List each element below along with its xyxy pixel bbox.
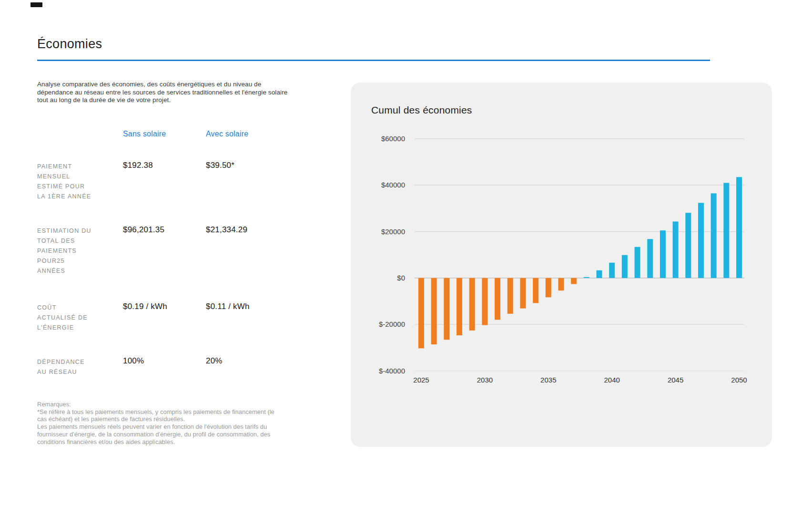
value-without-solar: $0.19 / kWh bbox=[123, 301, 206, 333]
y-tick-label: $20000 bbox=[381, 227, 405, 236]
row-label: ESTIMATION DU TOTAL DES PAIEMENTS POUR25… bbox=[37, 225, 123, 276]
bar-negative bbox=[546, 278, 551, 297]
y-tick-label: $-40000 bbox=[379, 367, 405, 375]
table-row-total-payments: ESTIMATION DU TOTAL DES PAIEMENTS POUR25… bbox=[37, 225, 333, 276]
bar-positive bbox=[685, 213, 691, 278]
cumulative-savings-chart: $60000$40000$20000$0$-20000$-40000202520… bbox=[351, 83, 772, 447]
bar-positive bbox=[698, 203, 704, 278]
bar-negative bbox=[431, 278, 437, 344]
value-without-solar: $192.38 bbox=[123, 160, 206, 202]
bar-positive bbox=[584, 277, 589, 278]
bar-negative bbox=[571, 278, 577, 284]
y-tick-label: $-20000 bbox=[379, 320, 405, 328]
empty-header-cell bbox=[37, 129, 123, 139]
comparison-header-row: Sans solaire Avec solaire bbox=[37, 129, 333, 139]
bar-negative bbox=[495, 278, 500, 320]
value-with-solar: $39.50* bbox=[206, 160, 333, 202]
bar-positive bbox=[736, 177, 742, 278]
row-label: DÉPENDANCE AU RÉSEAU bbox=[37, 356, 123, 377]
x-tick-label: 2030 bbox=[477, 376, 493, 384]
value-with-solar: $0.11 / kWh bbox=[206, 301, 333, 333]
bar-positive bbox=[609, 263, 615, 278]
bar-negative bbox=[558, 278, 564, 290]
bar-positive bbox=[597, 270, 602, 278]
bar-positive bbox=[647, 239, 653, 278]
chart-panel: Cumul des économies $60000$40000$20000$0… bbox=[351, 83, 772, 447]
comparison-table: Sans solaire Avec solaire PAIEMENT MENSU… bbox=[37, 129, 333, 400]
column-header-with-solar: Avec solaire bbox=[206, 129, 333, 139]
bar-positive bbox=[660, 230, 666, 278]
x-tick-label: 2045 bbox=[668, 376, 683, 384]
value-without-solar: 100% bbox=[123, 356, 206, 377]
row-label: COÛT ACTUALISÉ DE L'ÉNERGIE bbox=[37, 301, 123, 333]
bar-positive bbox=[635, 247, 640, 278]
bar-negative bbox=[418, 278, 424, 348]
page-title: Économies bbox=[37, 36, 102, 52]
bar-negative bbox=[533, 278, 538, 303]
y-tick-label: $40000 bbox=[381, 181, 405, 189]
value-without-solar: $96,201.35 bbox=[123, 225, 206, 276]
bar-positive bbox=[711, 193, 717, 278]
bar-negative bbox=[444, 278, 449, 340]
bar-negative bbox=[482, 278, 487, 325]
title-divider bbox=[37, 60, 710, 61]
bar-negative bbox=[457, 278, 462, 335]
y-tick-label: $60000 bbox=[381, 134, 405, 143]
x-tick-label: 2040 bbox=[604, 376, 620, 384]
top-edge-artifact bbox=[30, 2, 42, 7]
table-row-grid-dependence: DÉPENDANCE AU RÉSEAU 100% 20% bbox=[37, 356, 333, 377]
bar-negative bbox=[508, 278, 513, 314]
x-tick-label: 2050 bbox=[731, 376, 747, 384]
value-with-solar: $21,334.29 bbox=[206, 225, 333, 276]
row-label: PAIEMENT MENSUEL ESTIMÉ POUR LA 1ÈRE ANN… bbox=[37, 160, 123, 202]
bar-negative bbox=[520, 278, 526, 309]
intro-text: Analyse comparative des économies, des c… bbox=[37, 81, 304, 104]
bar-negative bbox=[469, 278, 475, 331]
bar-positive bbox=[723, 183, 729, 278]
notes-text: Remarques: *Se réfère à tous les paiemen… bbox=[37, 401, 292, 445]
x-tick-label: 2035 bbox=[540, 376, 556, 384]
value-with-solar: 20% bbox=[206, 356, 333, 377]
x-tick-label: 2025 bbox=[413, 376, 429, 384]
column-header-without-solar: Sans solaire bbox=[123, 129, 206, 139]
bar-positive bbox=[622, 255, 628, 278]
table-row-levelized-cost: COÛT ACTUALISÉ DE L'ÉNERGIE $0.19 / kWh … bbox=[37, 301, 333, 333]
bar-positive bbox=[673, 221, 679, 278]
table-row-monthly-payment: PAIEMENT MENSUEL ESTIMÉ POUR LA 1ÈRE ANN… bbox=[37, 160, 333, 202]
y-tick-label: $0 bbox=[397, 274, 405, 282]
